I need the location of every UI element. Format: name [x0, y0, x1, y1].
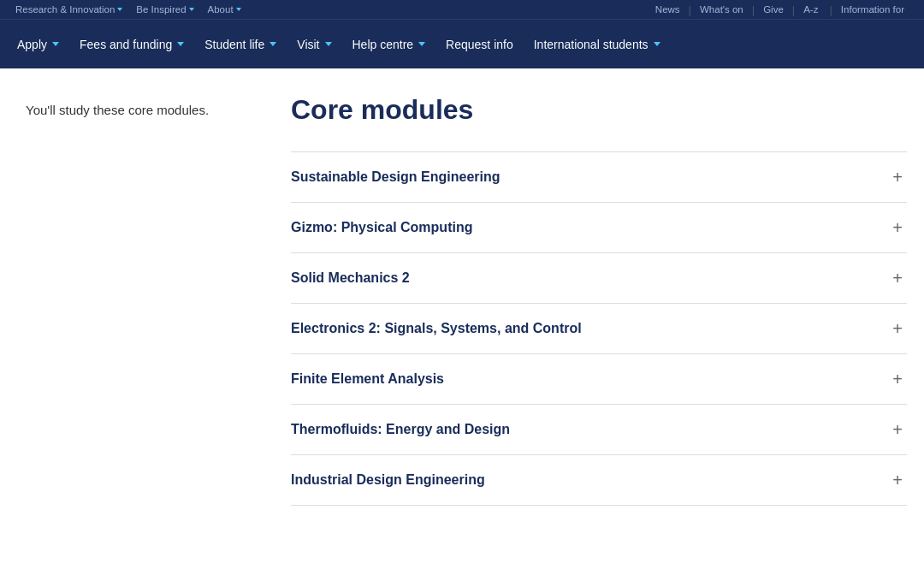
module-toggle-2[interactable]: + — [888, 218, 907, 237]
top-bar-right: News | What's on | Give | A-z | Informat… — [649, 3, 914, 16]
module-name-5: Finite Element Analysis — [291, 371, 444, 387]
module-toggle-7[interactable]: + — [888, 471, 907, 489]
module-toggle-4[interactable]: + — [888, 319, 907, 338]
module-item-6[interactable]: Thermofluids: Energy and Design + — [291, 404, 907, 454]
student-life-arrow-icon — [270, 42, 276, 46]
top-bar-about[interactable]: About — [203, 4, 246, 15]
module-item-4[interactable]: Electronics 2: Signals, Systems, and Con… — [291, 303, 907, 353]
top-bar-research[interactable]: Research & Innovation — [10, 4, 127, 15]
separator-1: | — [689, 3, 691, 16]
about-arrow-icon — [236, 8, 241, 11]
research-arrow-icon — [117, 8, 122, 11]
apply-arrow-icon — [52, 42, 59, 46]
international-arrow-icon — [654, 42, 660, 46]
nav-help[interactable]: Help centre — [342, 20, 436, 68]
main-nav: Apply Fees and funding Student life Visi… — [0, 19, 924, 68]
nav-international[interactable]: International students — [524, 20, 671, 68]
nav-az[interactable]: A-z — [797, 4, 827, 15]
nav-request-info[interactable]: Request info — [435, 20, 524, 68]
module-toggle-5[interactable]: + — [888, 370, 907, 388]
module-item-7[interactable]: Industrial Design Engineering + — [291, 454, 907, 506]
inspired-label: Be Inspired — [136, 4, 186, 15]
info-for-label: Information for — [841, 4, 904, 15]
module-name-1: Sustainable Design Engineering — [291, 169, 500, 185]
module-name-4: Electronics 2: Signals, Systems, and Con… — [291, 321, 582, 336]
inspired-arrow-icon — [189, 8, 194, 11]
fees-arrow-icon — [177, 42, 184, 46]
modules-section: Core modules Sustainable Design Engineer… — [274, 86, 924, 514]
international-label: International students — [534, 38, 649, 51]
modules-title: Core modules — [291, 94, 907, 126]
nav-fees[interactable]: Fees and funding — [69, 20, 194, 68]
module-toggle-1[interactable]: + — [888, 168, 907, 187]
module-name-3: Solid Mechanics 2 — [291, 270, 410, 286]
module-toggle-3[interactable]: + — [888, 269, 907, 288]
visit-arrow-icon — [325, 42, 332, 46]
az-label: A-z — [803, 4, 818, 15]
separator-2: | — [752, 3, 755, 16]
nav-info-for[interactable]: Information for — [834, 4, 914, 15]
plus-icon-6: + — [892, 421, 903, 438]
top-bar-left: Research & Innovation Be Inspired About — [10, 4, 246, 15]
module-item-2[interactable]: Gizmo: Physical Computing + — [291, 202, 907, 252]
visit-label: Visit — [297, 38, 319, 51]
plus-icon-5: + — [892, 371, 903, 388]
research-label: Research & Innovation — [15, 4, 115, 15]
nav-student-life[interactable]: Student life — [194, 20, 287, 68]
fees-label: Fees and funding — [80, 38, 172, 51]
module-item-1[interactable]: Sustainable Design Engineering + — [291, 151, 907, 202]
top-bar: Research & Innovation Be Inspired About … — [0, 0, 924, 19]
student-life-label: Student life — [204, 38, 264, 51]
module-name-7: Industrial Design Engineering — [291, 472, 485, 488]
content-wrapper: You'll study these core modules. Core mo… — [0, 68, 924, 531]
help-arrow-icon — [418, 42, 425, 46]
nav-apply[interactable]: Apply — [7, 20, 69, 68]
nav-visit[interactable]: Visit — [287, 20, 341, 68]
plus-icon-7: + — [892, 471, 903, 489]
sidebar-description: You'll study these core modules. — [26, 103, 248, 117]
nav-whatson[interactable]: What's on — [693, 4, 750, 15]
request-info-label: Request info — [446, 38, 513, 51]
about-label: About — [208, 4, 234, 15]
module-item-5[interactable]: Finite Element Analysis + — [291, 353, 907, 404]
plus-icon-3: + — [892, 270, 903, 287]
separator-3: | — [792, 3, 795, 16]
plus-icon-1: + — [892, 169, 903, 186]
help-label: Help centre — [352, 38, 414, 51]
plus-icon-2: + — [892, 219, 903, 236]
module-toggle-6[interactable]: + — [888, 420, 907, 439]
apply-label: Apply — [17, 38, 47, 51]
nav-give[interactable]: Give — [756, 4, 791, 15]
module-name-2: Gizmo: Physical Computing — [291, 220, 472, 235]
separator-4: | — [829, 3, 832, 16]
module-item-3[interactable]: Solid Mechanics 2 + — [291, 252, 907, 303]
nav-news[interactable]: News — [649, 4, 687, 15]
module-name-6: Thermofluids: Energy and Design — [291, 422, 510, 437]
top-bar-inspired[interactable]: Be Inspired — [131, 4, 198, 15]
sidebar: You'll study these core modules. — [0, 86, 274, 514]
plus-icon-4: + — [892, 320, 903, 337]
